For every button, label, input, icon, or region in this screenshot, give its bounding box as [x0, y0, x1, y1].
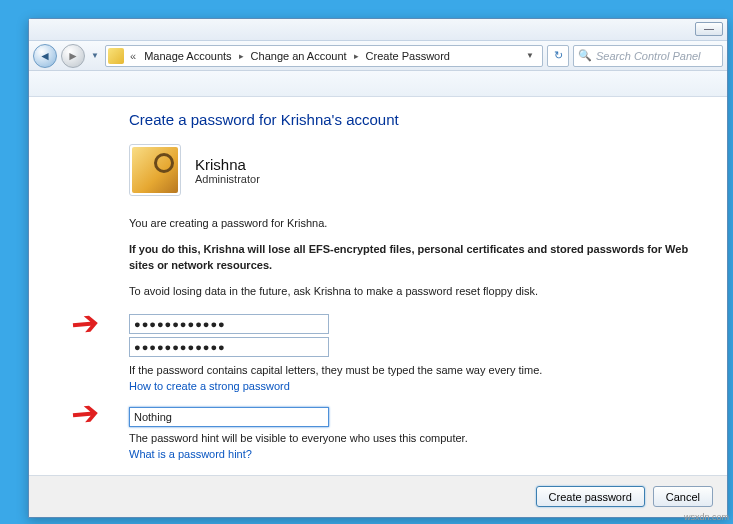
nav-history-dropdown[interactable]: ▼	[89, 46, 101, 66]
user-tile: Krishna Administrator	[129, 144, 709, 196]
search-placeholder: Search Control Panel	[596, 50, 701, 62]
control-panel-window: — ◄ ► ▼ « Manage Accounts ▸ Change an Ac…	[28, 18, 728, 518]
search-icon: 🔍	[578, 49, 592, 62]
watermark: wsxdn.com	[684, 512, 729, 522]
password-hint-link[interactable]: What is a password hint?	[129, 447, 709, 463]
chevron-right-icon[interactable]: ▸	[236, 51, 247, 61]
strong-password-link[interactable]: How to create a strong password	[129, 379, 709, 395]
address-bar[interactable]: « Manage Accounts ▸ Change an Account ▸ …	[105, 45, 543, 67]
titlebar: —	[29, 19, 727, 41]
annotation-arrow-icon: ➔	[69, 392, 100, 434]
refresh-button[interactable]: ↻	[547, 45, 569, 67]
account-name: Krishna	[195, 156, 260, 173]
forward-icon: ►	[67, 49, 79, 63]
nav-toolbar: ◄ ► ▼ « Manage Accounts ▸ Change an Acco…	[29, 41, 727, 71]
hint-note: The password hint will be visible to eve…	[129, 431, 709, 447]
refresh-icon: ↻	[554, 49, 563, 62]
content-pane: Create a password for Krishna's account …	[29, 97, 727, 463]
dialog-footer: Create password Cancel	[29, 475, 727, 517]
avatar	[132, 147, 178, 193]
back-icon: ◄	[39, 49, 51, 63]
caps-note: If the password contains capital letters…	[129, 363, 709, 379]
crumb-create-password[interactable]: Create Password	[364, 48, 452, 64]
search-input[interactable]: 🔍 Search Control Panel	[573, 45, 723, 67]
address-dropdown-icon[interactable]: ▼	[520, 51, 540, 60]
avatar-frame	[129, 144, 181, 196]
password-value: ●●●●●●●●●●●●	[134, 318, 226, 330]
cancel-button[interactable]: Cancel	[653, 486, 713, 507]
minimize-button[interactable]: —	[695, 22, 723, 36]
confirm-password-value: ●●●●●●●●●●●●	[134, 341, 226, 353]
account-role: Administrator	[195, 173, 260, 185]
warning-text: If you do this, Krishna will lose all EF…	[129, 242, 709, 274]
command-bar	[29, 71, 727, 97]
password-field[interactable]: ●●●●●●●●●●●●	[129, 314, 329, 334]
intro-text: You are creating a password for Krishna.	[129, 216, 709, 232]
location-icon	[108, 48, 124, 64]
crumb-change-account[interactable]: Change an Account	[249, 48, 349, 64]
crumb-manage-accounts[interactable]: Manage Accounts	[142, 48, 233, 64]
create-password-button[interactable]: Create password	[536, 486, 645, 507]
advice-text: To avoid losing data in the future, ask …	[129, 284, 709, 300]
chevron-right-icon[interactable]: ▸	[351, 51, 362, 61]
hint-value: Nothing	[134, 411, 172, 423]
forward-button[interactable]: ►	[61, 44, 85, 68]
hint-field[interactable]: Nothing	[129, 407, 329, 427]
back-button[interactable]: ◄	[33, 44, 57, 68]
confirm-password-field[interactable]: ●●●●●●●●●●●●	[129, 337, 329, 357]
page-title: Create a password for Krishna's account	[129, 111, 709, 128]
breadcrumb-lead: «	[126, 50, 140, 62]
annotation-arrow-icon: ➔	[69, 302, 100, 344]
